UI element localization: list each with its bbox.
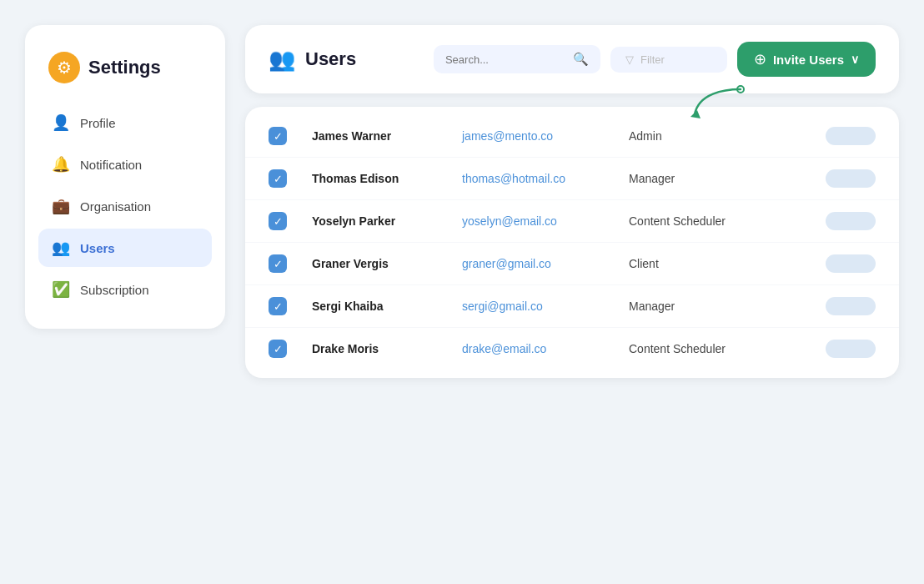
- checkbox-checked[interactable]: ✓: [269, 254, 287, 273]
- user-email: sergi@gmail.co: [462, 300, 629, 313]
- user-role: Admin: [629, 129, 809, 143]
- table-row: ✓ Thomas Edison thomas@hotmail.co Manage…: [245, 158, 899, 200]
- sidebar-title: Settings: [88, 57, 161, 78]
- sidebar: ⚙ Settings 👤 Profile 🔔 Notification 💼 Or…: [25, 25, 225, 329]
- checkbox-checked[interactable]: ✓: [269, 340, 287, 358]
- gear-icon: ⚙: [48, 52, 80, 83]
- user-name: Yoselyn Parker: [312, 214, 462, 228]
- table-row: ✓ Drake Moris drake@email.co Content Sch…: [245, 328, 899, 370]
- sidebar-header: ⚙ Settings: [38, 45, 212, 100]
- user-email: graner@gmail.co: [462, 257, 629, 270]
- user-name: Graner Vergis: [312, 257, 462, 270]
- table-row: ✓ Sergi Khaiba sergi@gmail.co Manager: [245, 285, 899, 328]
- row-action: [809, 127, 876, 145]
- user-role: Content Scheduler: [629, 342, 809, 355]
- sidebar-item-notification[interactable]: 🔔 Notification: [38, 145, 212, 184]
- users-header-left: 👥 Users: [269, 47, 356, 73]
- users-header-icon: 👥: [269, 47, 295, 73]
- checkbox-checked[interactable]: ✓: [269, 127, 287, 145]
- sidebar-item-subscription[interactable]: ✅ Subscription: [38, 270, 212, 309]
- users-header-card: 👥 Users 🔍 ▽ Filter ⊕ Invite Users ∨: [245, 25, 899, 93]
- filter-box[interactable]: ▽ Filter: [610, 47, 727, 73]
- sidebar-item-users[interactable]: 👥 Users: [38, 229, 212, 267]
- user-email: thomas@hotmail.co: [462, 172, 629, 185]
- user-role: Manager: [629, 300, 809, 313]
- search-icon: 🔍: [573, 52, 589, 67]
- plus-icon: ⊕: [754, 50, 766, 68]
- subscription-icon: ✅: [52, 280, 70, 299]
- sidebar-item-profile[interactable]: 👤 Profile: [38, 103, 212, 142]
- checkbox-checked[interactable]: ✓: [269, 212, 287, 230]
- user-role: Manager: [629, 172, 809, 185]
- action-pill[interactable]: [826, 340, 876, 358]
- sidebar-item-organisation[interactable]: 💼 Organisation: [38, 187, 212, 225]
- table-row: ✓ Yoselyn Parker yoselyn@email.co Conten…: [245, 200, 899, 243]
- users-page-title: Users: [305, 48, 356, 70]
- user-role: Client: [629, 257, 809, 270]
- checkbox-checked[interactable]: ✓: [269, 297, 287, 315]
- row-checkbox-6[interactable]: ✓: [269, 340, 295, 358]
- filter-label: Filter: [640, 53, 665, 66]
- user-role: Content Scheduler: [629, 214, 809, 228]
- row-checkbox-2[interactable]: ✓: [269, 169, 295, 188]
- user-name: Drake Moris: [312, 342, 462, 355]
- search-box[interactable]: 🔍: [434, 45, 600, 73]
- users-table-card: ✓ James Warner james@mento.co Admin ✓ Th…: [245, 107, 899, 378]
- row-checkbox-4[interactable]: ✓: [269, 254, 295, 273]
- user-email: drake@email.co: [462, 342, 629, 355]
- svg-point-1: [737, 86, 744, 93]
- row-action: [809, 297, 876, 315]
- action-pill[interactable]: [826, 169, 876, 188]
- profile-icon: 👤: [52, 113, 70, 132]
- row-action: [809, 254, 876, 273]
- organisation-icon: 💼: [52, 197, 70, 215]
- action-pill[interactable]: [826, 127, 876, 145]
- action-pill[interactable]: [826, 212, 876, 230]
- checkbox-checked[interactable]: ✓: [269, 169, 287, 188]
- chevron-down-icon: ∨: [851, 53, 859, 66]
- sidebar-item-label: Notification: [80, 158, 142, 172]
- filter-icon: ▽: [625, 53, 634, 66]
- sidebar-item-label: Profile: [80, 116, 116, 130]
- user-name: Sergi Khaiba: [312, 300, 462, 313]
- action-pill[interactable]: [826, 297, 876, 315]
- invite-users-button[interactable]: ⊕ Invite Users ∨: [737, 42, 876, 77]
- row-checkbox-3[interactable]: ✓: [269, 212, 295, 230]
- action-pill[interactable]: [826, 254, 876, 273]
- user-email: james@mento.co: [462, 129, 629, 143]
- user-name: James Warner: [312, 129, 462, 143]
- user-email: yoselyn@email.co: [462, 214, 629, 228]
- users-controls: 🔍 ▽ Filter ⊕ Invite Users ∨: [434, 42, 876, 77]
- user-name: Thomas Edison: [312, 172, 462, 185]
- row-action: [809, 340, 876, 358]
- search-input[interactable]: [445, 53, 566, 66]
- sidebar-item-label: Organisation: [80, 199, 151, 214]
- users-icon: 👥: [52, 239, 70, 257]
- app-container: ⚙ Settings 👤 Profile 🔔 Notification 💼 Or…: [0, 0, 924, 584]
- table-row: ✓ James Warner james@mento.co Admin: [245, 115, 899, 158]
- row-action: [809, 169, 876, 188]
- row-action: [809, 212, 876, 230]
- invite-button-label: Invite Users: [773, 53, 844, 67]
- table-row: ✓ Graner Vergis graner@gmail.co Client: [245, 243, 899, 285]
- sidebar-item-label: Users: [80, 241, 115, 255]
- row-checkbox-1[interactable]: ✓: [269, 127, 295, 145]
- notification-icon: 🔔: [52, 155, 70, 174]
- main-content: 👥 Users 🔍 ▽ Filter ⊕ Invite Users ∨: [245, 25, 899, 378]
- row-checkbox-5[interactable]: ✓: [269, 297, 295, 315]
- sidebar-item-label: Subscription: [80, 283, 149, 297]
